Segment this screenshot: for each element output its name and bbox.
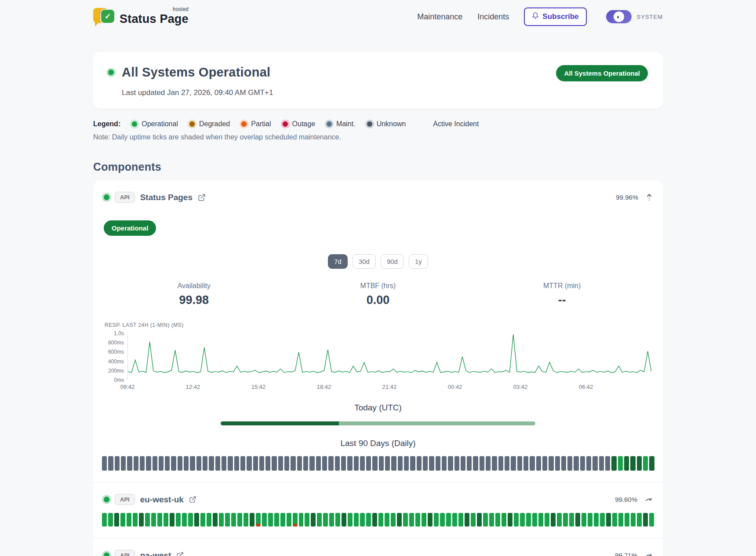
uptime-tick[interactable] [240, 456, 245, 471]
uptime-tick[interactable] [262, 513, 267, 527]
uptime-tick[interactable] [121, 456, 126, 471]
uptime-tick[interactable] [551, 513, 556, 527]
uptime-tick[interactable] [637, 513, 642, 527]
uptime-tick[interactable] [328, 456, 333, 471]
uptime-tick[interactable] [580, 456, 585, 471]
uptime-tick[interactable] [624, 456, 629, 471]
uptime-tick[interactable] [108, 456, 113, 471]
uptime-tick[interactable] [523, 456, 528, 471]
uptime-tick[interactable] [309, 456, 314, 471]
uptime-tick[interactable] [649, 513, 654, 527]
uptime-tick[interactable] [452, 513, 457, 527]
uptime-tick[interactable] [625, 513, 629, 527]
range-button-90d[interactable]: 90d [381, 254, 404, 269]
uptime-tick[interactable] [618, 456, 623, 471]
uptime-tick[interactable] [280, 513, 285, 527]
uptime-tick[interactable] [164, 513, 168, 527]
uptime-tick[interactable] [637, 456, 642, 471]
uptime-tick[interactable] [643, 456, 648, 471]
uptime-tick[interactable] [385, 456, 390, 471]
uptime-tick[interactable] [360, 513, 365, 527]
uptime-tick[interactable] [366, 513, 371, 527]
uptime-tick[interactable] [600, 513, 605, 527]
uptime-tick[interactable] [372, 513, 377, 527]
uptime-tick[interactable] [146, 456, 151, 471]
uptime-tick[interactable] [588, 513, 592, 527]
uptime-tick[interactable] [234, 456, 239, 471]
uptime-tick[interactable] [209, 456, 214, 471]
uptime-tick[interactable] [446, 513, 451, 527]
uptime-tick[interactable] [428, 513, 433, 527]
uptime-tick[interactable] [284, 456, 289, 471]
uptime-tick[interactable] [213, 513, 218, 527]
uptime-tick[interactable] [448, 456, 453, 471]
uptime-tick[interactable] [133, 513, 138, 527]
component-name-link[interactable]: Status Pages [140, 193, 193, 202]
uptime-tick[interactable] [542, 456, 547, 471]
component-name-link[interactable]: na-west [140, 551, 171, 556]
uptime-tick[interactable] [403, 513, 408, 527]
uptime-tick[interactable] [429, 456, 434, 471]
uptime-tick[interactable] [200, 513, 205, 527]
uptime-tick[interactable] [606, 513, 611, 527]
uptime-tick[interactable] [159, 456, 164, 471]
uptime-tick[interactable] [145, 513, 150, 527]
uptime-tick[interactable] [379, 456, 384, 471]
uptime-tick[interactable] [473, 456, 478, 471]
uptime-tick[interactable] [417, 456, 422, 471]
uptime-tick[interactable] [495, 513, 500, 527]
uptime-tick[interactable] [176, 513, 181, 527]
uptime-tick[interactable] [410, 456, 415, 471]
uptime-tick[interactable] [582, 513, 586, 527]
uptime-tick[interactable] [165, 456, 170, 471]
uptime-ticks-status-pages[interactable] [102, 456, 654, 471]
uptime-tick[interactable] [237, 513, 242, 527]
uptime-tick[interactable] [391, 456, 396, 471]
uptime-tick[interactable] [489, 513, 494, 527]
collapse-arrow-icon[interactable] [646, 194, 652, 201]
uptime-tick[interactable] [291, 456, 295, 471]
uptime-tick[interactable] [366, 456, 371, 471]
uptime-tick[interactable] [461, 456, 465, 471]
uptime-tick[interactable] [557, 513, 562, 527]
uptime-tick[interactable] [436, 456, 440, 471]
uptime-tick[interactable] [511, 456, 516, 471]
uptime-tick[interactable] [247, 456, 251, 471]
uptime-tick[interactable] [182, 513, 187, 527]
uptime-tick[interactable] [538, 513, 543, 527]
uptime-tick[interactable] [170, 513, 174, 527]
uptime-tick[interactable] [520, 513, 525, 527]
subscribe-button[interactable]: Subscribe [524, 7, 586, 26]
uptime-tick[interactable] [184, 456, 189, 471]
uptime-tick[interactable] [231, 513, 236, 527]
uptime-tick[interactable] [127, 513, 131, 527]
uptime-tick[interactable] [322, 456, 327, 471]
uptime-tick[interactable] [323, 513, 328, 527]
uptime-tick[interactable] [458, 513, 463, 527]
uptime-tick[interactable] [203, 456, 207, 471]
uptime-tick[interactable] [305, 513, 309, 527]
uptime-tick[interactable] [274, 513, 279, 527]
uptime-tick[interactable] [372, 456, 377, 471]
uptime-tick[interactable] [563, 513, 568, 527]
uptime-tick[interactable] [630, 456, 635, 471]
uptime-tick[interactable] [492, 456, 497, 471]
expand-arrow-icon[interactable] [645, 552, 652, 556]
uptime-tick[interactable] [225, 513, 230, 527]
uptime-tick[interactable] [222, 456, 226, 471]
uptime-tick[interactable] [605, 456, 610, 471]
uptime-tick[interactable] [134, 456, 138, 471]
uptime-tick[interactable] [244, 513, 248, 527]
uptime-tick[interactable] [385, 513, 389, 527]
uptime-tick[interactable] [498, 456, 503, 471]
uptime-tick[interactable] [415, 513, 420, 527]
uptime-tick[interactable] [442, 456, 447, 471]
uptime-tick[interactable] [272, 456, 276, 471]
uptime-tick[interactable] [311, 513, 316, 527]
uptime-tick[interactable] [567, 456, 572, 471]
uptime-tick[interactable] [467, 456, 472, 471]
uptime-tick[interactable] [398, 456, 403, 471]
uptime-tick[interactable] [649, 456, 654, 471]
uptime-tick[interactable] [514, 513, 519, 527]
uptime-tick[interactable] [586, 456, 591, 471]
